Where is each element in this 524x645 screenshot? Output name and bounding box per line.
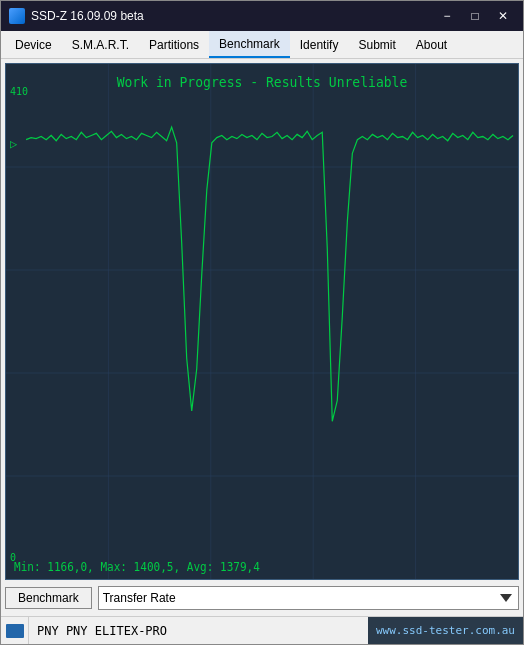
chart-svg: Work in Progress - Results Unreliable ▷ … bbox=[6, 64, 518, 579]
drive-name: PNY PNY ELITEX-PRO bbox=[29, 624, 368, 638]
minimize-button[interactable]: − bbox=[435, 6, 459, 26]
benchmark-button[interactable]: Benchmark bbox=[5, 587, 92, 609]
menu-item-benchmark[interactable]: Benchmark bbox=[209, 31, 290, 58]
maximize-button[interactable]: □ bbox=[463, 6, 487, 26]
menu-item-submit[interactable]: Submit bbox=[348, 31, 405, 58]
menu-item-identify[interactable]: Identify bbox=[290, 31, 349, 58]
svg-text:Work in Progress - Results Unr: Work in Progress - Results Unreliable bbox=[117, 75, 408, 90]
drive-icon-container bbox=[1, 617, 29, 644]
status-bar: PNY PNY ELITEX-PRO www.ssd-tester.com.au bbox=[1, 616, 523, 644]
main-window: SSD-Z 16.09.09 beta − □ ✕ Device S.M.A.R… bbox=[0, 0, 524, 645]
benchmark-chart: 410 0 Work in Progress - Results Unrelia… bbox=[5, 63, 519, 580]
svg-text:▷: ▷ bbox=[10, 137, 18, 151]
svg-text:Min: 1166,0, Max: 1400,5, Avg:: Min: 1166,0, Max: 1400,5, Avg: 1379,4 bbox=[14, 560, 260, 573]
menu-item-about[interactable]: About bbox=[406, 31, 457, 58]
website-label: www.ssd-tester.com.au bbox=[368, 617, 523, 644]
window-controls: − □ ✕ bbox=[435, 6, 515, 26]
website-text: www.ssd-tester.com.au bbox=[376, 624, 515, 637]
window-title: SSD-Z 16.09.09 beta bbox=[31, 9, 435, 23]
close-button[interactable]: ✕ bbox=[491, 6, 515, 26]
menu-item-smart[interactable]: S.M.A.R.T. bbox=[62, 31, 139, 58]
menu-item-partitions[interactable]: Partitions bbox=[139, 31, 209, 58]
disk-icon bbox=[6, 624, 24, 638]
menu-bar: Device S.M.A.R.T. Partitions Benchmark I… bbox=[1, 31, 523, 59]
main-content: 410 0 Work in Progress - Results Unrelia… bbox=[1, 59, 523, 616]
title-bar: SSD-Z 16.09.09 beta − □ ✕ bbox=[1, 1, 523, 31]
chart-type-select[interactable]: Transfer Rate Access Time Burst Rate bbox=[98, 586, 519, 610]
controls-row: Benchmark Transfer Rate Access Time Burs… bbox=[5, 584, 519, 612]
menu-item-device[interactable]: Device bbox=[5, 31, 62, 58]
app-icon bbox=[9, 8, 25, 24]
